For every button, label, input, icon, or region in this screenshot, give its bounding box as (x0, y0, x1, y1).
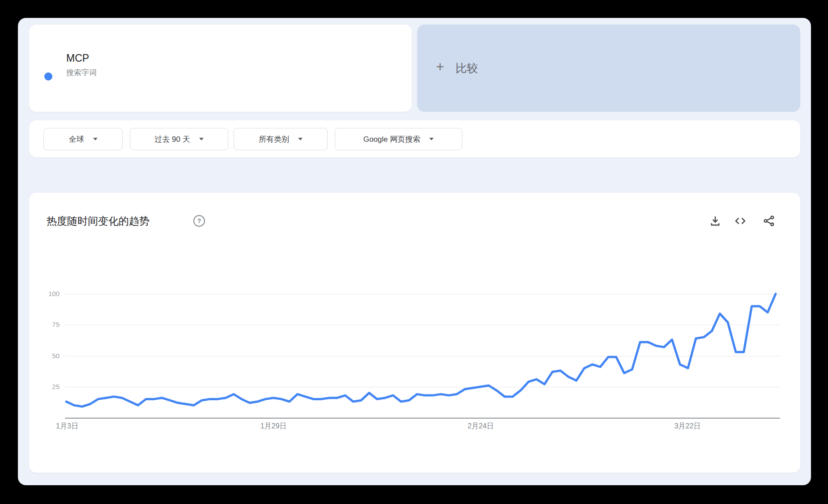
help-icon[interactable]: ? (193, 215, 205, 227)
question-mark: ? (197, 217, 201, 224)
trend-line-chart[interactable] (65, 286, 780, 420)
filter-time-range-chip[interactable]: 过去 90 天 (130, 128, 228, 150)
chevron-down-icon (429, 138, 434, 140)
chart-title: 热度随时间变化的趋势 (47, 214, 149, 228)
filter-geo-chip[interactable]: 全球 (43, 128, 123, 150)
filter-time-range-label: 过去 90 天 (154, 134, 190, 144)
x-tick-mar22: 3月22日 (656, 421, 719, 431)
page-background: MCP 搜索字词 + 比较 全球 过去 90 天 所有类别 Google 网页搜… (18, 18, 811, 485)
y-tick-100: 100 (37, 289, 60, 298)
y-tick-25: 25 (37, 382, 60, 391)
embed-code-icon[interactable] (733, 213, 748, 229)
chevron-down-icon (298, 138, 303, 140)
interest-over-time-card: 热度随时间变化的趋势 ? (29, 193, 800, 473)
trend-line (66, 294, 776, 407)
x-tick-jan29: 1月29日 (242, 421, 305, 431)
search-term-card[interactable]: MCP 搜索字词 (29, 25, 412, 112)
filter-search-type-label: Google 网页搜索 (363, 134, 421, 144)
x-tick-jan3: 1月3日 (36, 421, 98, 431)
series-color-dot (44, 72, 52, 80)
add-comparison-card[interactable]: + 比较 (417, 25, 800, 112)
y-tick-50: 50 (37, 352, 60, 360)
download-icon[interactable] (708, 213, 723, 229)
filter-geo-label: 全球 (69, 134, 84, 144)
filter-bar: 全球 过去 90 天 所有类别 Google 网页搜索 (29, 120, 800, 157)
chevron-down-icon (93, 138, 98, 140)
compare-label: 比较 (456, 61, 478, 75)
chevron-down-icon (199, 138, 204, 140)
x-tick-feb24: 2月24日 (449, 421, 512, 431)
y-tick-75: 75 (37, 320, 60, 329)
plus-icon: + (436, 59, 444, 74)
filter-search-type-chip[interactable]: Google 网页搜索 (335, 128, 462, 150)
search-term-type: 搜索字词 (66, 68, 97, 78)
filter-category-label: 所有类别 (259, 134, 289, 144)
filter-category-chip[interactable]: 所有类别 (234, 128, 328, 150)
search-term-label: MCP (66, 52, 89, 64)
share-icon[interactable] (761, 213, 777, 229)
